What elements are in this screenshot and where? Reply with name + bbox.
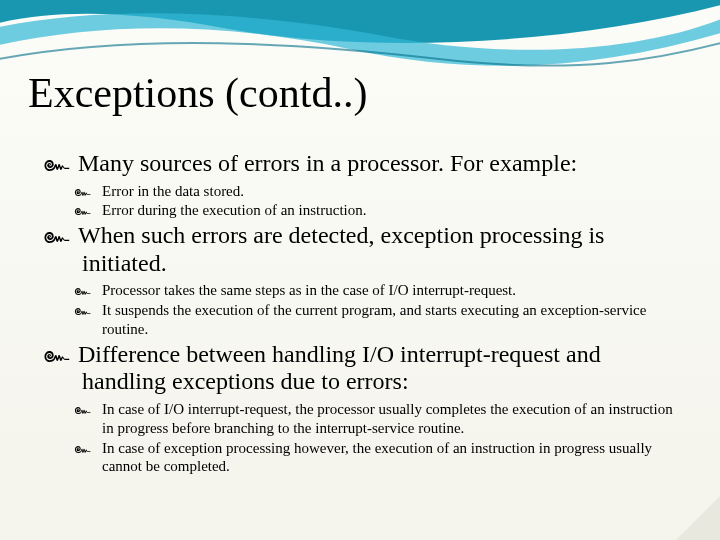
bullet-text: In case of I/O interrupt-request, the pr… — [102, 401, 673, 436]
bullet-text: Error in the data stored. — [102, 183, 244, 199]
bullet-lvl2: ๛Processor takes the same steps as in th… — [82, 281, 678, 300]
bullet-lvl2: ๛In case of exception processing however… — [82, 439, 678, 477]
bullet-lvl2: ๛In case of I/O interrupt-request, the p… — [82, 400, 678, 438]
bullet-icon: ๛ — [82, 302, 102, 320]
bullet-icon: ๛ — [82, 202, 102, 220]
bullet-lvl1: ๛When such errors are detected, exceptio… — [58, 222, 678, 277]
bullet-lvl2: ๛It suspends the execution of the curren… — [82, 301, 678, 339]
bullet-text: When such errors are detected, exception… — [78, 222, 604, 276]
bullet-icon: ๛ — [82, 440, 102, 458]
bullet-icon: ๛ — [58, 151, 78, 177]
bullet-lvl2: ๛Error during the execution of an instru… — [82, 201, 678, 220]
bullet-icon: ๛ — [58, 223, 78, 249]
bullet-icon: ๛ — [82, 183, 102, 201]
bullet-text: Many sources of errors in a processor. F… — [78, 150, 577, 176]
bullet-text: Processor takes the same steps as in the… — [102, 282, 516, 298]
bullet-lvl1: ๛Many sources of errors in a processor. … — [58, 150, 678, 178]
bullet-text: It suspends the execution of the current… — [102, 302, 646, 337]
page-curl-decoration — [676, 496, 720, 540]
bullet-lvl1: ๛Difference between handling I/O interru… — [58, 341, 678, 396]
bullet-icon: ๛ — [58, 342, 78, 368]
slide-title: Exceptions (contd..) — [28, 72, 367, 114]
slide-body: ๛Many sources of errors in a processor. … — [58, 148, 678, 477]
bullet-text: In case of exception processing however,… — [102, 440, 652, 475]
bullet-text: Difference between handling I/O interrup… — [78, 341, 601, 395]
bullet-lvl2: ๛Error in the data stored. — [82, 182, 678, 201]
bullet-text: Error during the execution of an instruc… — [102, 202, 367, 218]
bullet-icon: ๛ — [82, 401, 102, 419]
bullet-icon: ๛ — [82, 282, 102, 300]
